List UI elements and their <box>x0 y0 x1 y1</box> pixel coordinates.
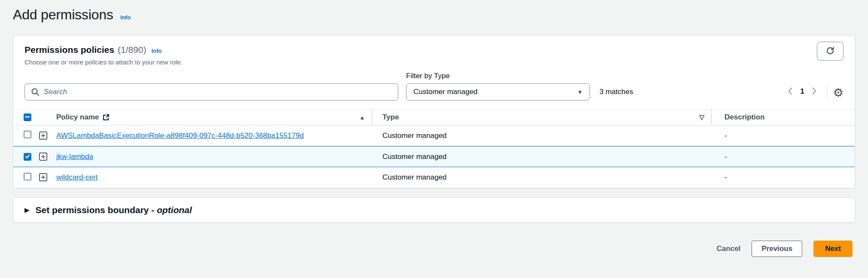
type-header-label: Type <box>382 113 399 122</box>
policy-description: - <box>712 153 855 161</box>
row-checkbox[interactable] <box>24 173 31 180</box>
panel-selected-count: (1/890) <box>118 45 147 55</box>
previous-button[interactable]: Previous <box>752 241 802 257</box>
chevron-right-icon <box>811 87 818 97</box>
sortable-icon: ▽ <box>699 113 704 121</box>
permissions-policies-panel: Permissions policies (1/890) Info Choose… <box>13 36 855 188</box>
table-row: AWSLambdaBasicExecutionRole-a898f409-097… <box>13 125 855 146</box>
filter-group: Filter by Type Customer managed ▼ <box>406 72 590 101</box>
cancel-button[interactable]: Cancel <box>717 244 741 253</box>
row-checkbox[interactable] <box>24 153 31 161</box>
type-filter-value: Customer managed <box>413 88 577 96</box>
table-row: wildcard-cert Customer managed - <box>13 167 855 188</box>
page-title: Add permissions <box>13 7 113 22</box>
policies-table: Policy name ▲ Type ▽ <box>13 109 855 188</box>
boundary-title: Set permissions boundary - optional <box>36 205 192 215</box>
panel-subtitle: Choose one or more policies to attach to… <box>24 58 844 66</box>
permissions-boundary-section[interactable]: ▶ Set permissions boundary - optional <box>13 198 855 223</box>
policy-type: Customer managed <box>372 131 712 140</box>
policy-name-link[interactable]: jkw-lambda <box>56 153 93 161</box>
panel-info-link[interactable]: Info <box>151 48 162 54</box>
type-header[interactable]: Type ▽ <box>372 110 712 125</box>
boundary-optional-label: optional <box>157 205 192 215</box>
gear-icon: ⚙ <box>833 86 844 99</box>
next-page-button[interactable] <box>808 85 821 98</box>
check-icon <box>25 153 30 161</box>
policy-name-header[interactable]: Policy name ▲ <box>56 110 372 125</box>
matches-count: 3 matches <box>599 88 633 101</box>
filter-label: Filter by Type <box>406 72 590 80</box>
select-all-checkbox[interactable] <box>24 113 31 121</box>
refresh-button[interactable] <box>817 42 844 61</box>
sort-ascending-icon: ▲ <box>359 114 365 121</box>
chevron-down-icon: ▼ <box>577 89 583 95</box>
policy-name-header-label: Policy name <box>56 113 99 122</box>
add-permissions-page: Add permissions Info Permissions policie… <box>0 0 868 278</box>
policy-name-link[interactable]: AWSLambdaBasicExecutionRole-a898f409-097… <box>56 131 304 140</box>
preferences-gear-button[interactable]: ⚙ <box>833 87 844 101</box>
refresh-icon <box>825 46 835 57</box>
expand-row-icon[interactable] <box>39 131 47 140</box>
description-header-label: Description <box>724 113 765 121</box>
expand-row-icon[interactable] <box>39 153 47 161</box>
previous-page-button[interactable] <box>784 85 797 98</box>
page-info-link[interactable]: Info <box>120 14 131 21</box>
search-input[interactable] <box>24 83 398 101</box>
current-page-number: 1 <box>800 87 804 96</box>
wizard-footer: Cancel Previous Next <box>0 241 853 257</box>
table-header-row: Policy name ▲ Type ▽ <box>13 109 855 125</box>
expand-row-icon[interactable] <box>39 173 47 181</box>
page-header: Add permissions Info <box>0 0 868 23</box>
chevron-left-icon <box>787 87 794 97</box>
policy-description: - <box>712 173 855 182</box>
pagination: 1 <box>784 85 820 101</box>
description-header: Description <box>712 113 855 122</box>
search-box <box>24 83 398 101</box>
table-row: jkw-lambda Customer managed - <box>13 146 855 167</box>
type-filter-select[interactable]: Customer managed ▼ <box>406 83 590 101</box>
external-link-icon <box>102 113 110 121</box>
indeterminate-icon <box>25 113 30 122</box>
policy-type: Customer managed <box>372 173 712 182</box>
policy-name-link[interactable]: wildcard-cert <box>56 173 98 181</box>
toolbar-divider <box>827 84 827 98</box>
caret-right-icon: ▶ <box>24 206 30 214</box>
panel-header: Permissions policies (1/890) Info Choose… <box>13 36 855 66</box>
search-icon <box>31 87 40 98</box>
table-toolbar: Filter by Type Customer managed ▼ 3 matc… <box>13 66 855 101</box>
next-button[interactable]: Next <box>813 241 853 257</box>
row-checkbox[interactable] <box>24 131 31 138</box>
panel-title: Permissions policies <box>24 45 114 55</box>
policy-type: Customer managed <box>372 153 712 161</box>
policy-description: - <box>712 131 855 140</box>
